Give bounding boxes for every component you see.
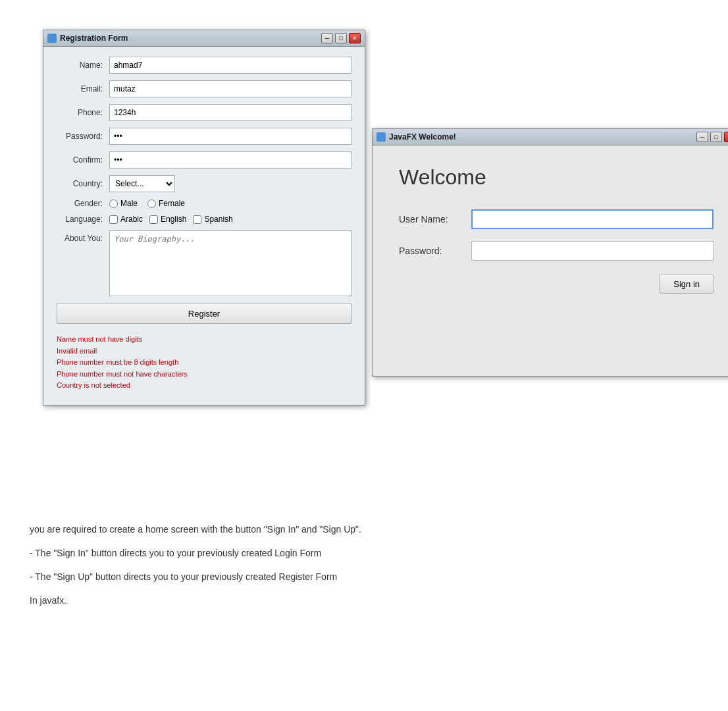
error-country: Country is not selected: [57, 380, 351, 392]
welcome-window-controls: ─ □ ✕: [696, 132, 728, 142]
gender-male-label: Male: [120, 199, 138, 208]
signin-button[interactable]: Sign in: [660, 274, 714, 294]
welcome-password-row: Password:: [399, 241, 714, 261]
language-english-label: English: [161, 215, 186, 224]
phone-label: Phone:: [57, 108, 109, 117]
country-label: Country:: [57, 179, 109, 188]
password-label: Password:: [57, 132, 109, 141]
language-spanish-checkbox[interactable]: [193, 215, 201, 224]
email-label: Email:: [57, 84, 109, 93]
error-messages: Name must not have digits Invalid email …: [57, 330, 351, 395]
error-phone-chars: Phone number must not have characters: [57, 369, 351, 381]
language-english-item: English: [149, 215, 186, 224]
welcome-window: JavaFX Welcome! ─ □ ✕ Welcome User Name:…: [372, 128, 728, 377]
email-row: Email:: [57, 80, 351, 97]
confirm-row: Confirm:: [57, 151, 351, 169]
username-input[interactable]: [471, 209, 714, 229]
gender-female-label: Female: [159, 199, 185, 208]
language-group: Arabic English Spanish: [109, 215, 233, 224]
registration-title: Registration Form: [60, 34, 128, 43]
gender-male-radio[interactable]: [109, 199, 118, 208]
description-area: you are required to create a home screen…: [30, 520, 622, 527]
welcome-titlebar: JavaFX Welcome! ─ □ ✕: [373, 129, 728, 145]
registration-window: Registration Form ─ □ ✕ Name: Email: Pho…: [43, 30, 365, 406]
gender-male-item: Male: [109, 199, 138, 208]
confirm-label: Confirm:: [57, 155, 109, 165]
confirm-input[interactable]: [109, 151, 351, 169]
username-label: User Name:: [399, 214, 471, 224]
phone-row: Phone:: [57, 104, 351, 121]
language-row: Language: Arabic English Spanish: [57, 215, 351, 224]
language-arabic-label: Arabic: [120, 215, 143, 224]
about-label: About You:: [57, 230, 109, 243]
name-row: Name:: [57, 57, 351, 74]
country-row: Country: Select... USA Jordan UK: [57, 175, 351, 192]
welcome-password-input[interactable]: [471, 241, 714, 261]
description-line1: you are required to create a home screen…: [30, 520, 622, 527]
welcome-body: Welcome User Name: Password: Sign in: [373, 145, 728, 376]
language-spanish-label: Spanish: [204, 215, 232, 224]
password-row: Password:: [57, 128, 351, 145]
welcome-password-label: Password:: [399, 246, 471, 256]
error-email: Invalid email: [57, 346, 351, 357]
registration-form-body: Name: Email: Phone: Password: Confirm:: [43, 47, 365, 405]
gender-group: Male Female: [109, 199, 185, 208]
language-label: Language:: [57, 215, 109, 224]
registration-window-icon: [47, 34, 57, 43]
maximize-button[interactable]: □: [335, 33, 347, 43]
minimize-button[interactable]: ─: [321, 33, 333, 43]
gender-label: Gender:: [57, 199, 109, 208]
password-input[interactable]: [109, 128, 351, 145]
registration-titlebar: Registration Form ─ □ ✕: [43, 30, 365, 47]
gender-row: Gender: Male Female: [57, 199, 351, 208]
name-label: Name:: [57, 61, 109, 70]
welcome-window-icon: [377, 132, 386, 142]
register-button[interactable]: Register: [57, 303, 351, 324]
error-phone-length: Phone number must be 8 digits length: [57, 357, 351, 369]
window-controls: ─ □ ✕: [321, 33, 361, 43]
phone-input[interactable]: [109, 104, 351, 121]
error-name: Name must not have digits: [57, 334, 351, 346]
welcome-close-button[interactable]: ✕: [724, 132, 728, 142]
about-row: About You:: [57, 230, 351, 296]
language-spanish-item: Spanish: [193, 215, 232, 224]
welcome-maximize-button[interactable]: □: [710, 132, 722, 142]
gender-female-radio[interactable]: [147, 199, 156, 208]
language-arabic-item: Arabic: [109, 215, 143, 224]
welcome-title: JavaFX Welcome!: [389, 132, 456, 142]
name-input[interactable]: [109, 57, 351, 74]
username-row: User Name:: [399, 209, 714, 229]
welcome-minimize-button[interactable]: ─: [696, 132, 708, 142]
language-english-checkbox[interactable]: [149, 215, 158, 224]
gender-female-item: Female: [147, 199, 185, 208]
biography-textarea[interactable]: [109, 230, 351, 296]
language-arabic-checkbox[interactable]: [109, 215, 118, 224]
welcome-heading: Welcome: [399, 165, 714, 190]
close-button[interactable]: ✕: [349, 33, 361, 43]
email-input[interactable]: [109, 80, 351, 97]
country-select[interactable]: Select... USA Jordan UK: [109, 175, 175, 192]
